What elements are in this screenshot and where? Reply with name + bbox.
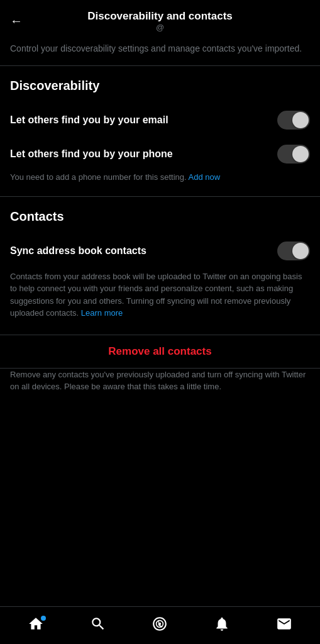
nav-spaces[interactable] [145,611,175,641]
phone-toggle[interactable] [277,145,310,164]
email-toggle[interactable] [277,111,310,130]
nav-messages[interactable] [269,611,299,641]
add-now-link[interactable]: Add now [189,172,221,182]
nav-notifications[interactable] [207,611,237,641]
header: ← Discoverability and contacts @ [0,0,320,37]
back-button[interactable]: ← [10,14,23,28]
sync-description-text: Contacts from your address book will be … [10,272,302,318]
header-title-block: Discoverability and contacts @ [10,10,310,32]
page-title: Discoverability and contacts [10,10,310,23]
search-icon [90,616,106,636]
phone-note: You need to add a phone number for this … [10,171,310,191]
bottom-nav [0,606,320,644]
email-setting-row[interactable]: Let others find you by your email [10,103,310,137]
page-description: Control your discoverability settings an… [0,37,320,65]
email-setting-label: Let others find you by your email [10,114,277,126]
sync-setting-row[interactable]: Sync address book contacts [10,234,310,268]
home-dot [41,616,46,621]
phone-setting-label: Let others find you by your phone [10,148,277,160]
messages-icon [276,616,292,636]
discoverability-section: Discoverability Let others find you by y… [0,66,320,196]
nav-home[interactable] [21,611,51,641]
remove-contacts-button[interactable]: Remove all contacts [0,335,320,368]
phone-setting-row[interactable]: Let others find you by your phone [10,137,310,171]
sync-toggle[interactable] [277,242,310,260]
nav-search[interactable] [83,611,113,641]
learn-more-link[interactable]: Learn more [81,308,123,318]
sync-toggle-knob [292,243,309,259]
phone-toggle-knob [292,146,309,162]
svg-point-1 [158,622,161,625]
email-toggle-knob [292,112,309,128]
remove-description: Remove any contacts you've previously up… [0,369,320,403]
notifications-icon [214,616,230,636]
sync-setting-label: Sync address book contacts [10,245,277,257]
phone-note-text: You need to add a phone number for this … [10,172,187,182]
contacts-title: Contacts [10,209,310,224]
sync-description: Contacts from your address book will be … [10,268,310,330]
page-subtitle: @ [10,23,310,32]
spaces-icon [152,616,168,636]
description-text: Control your discoverability settings an… [10,42,310,55]
contacts-section: Contacts Sync address book contacts Cont… [0,197,320,335]
discoverability-title: Discoverability [10,79,310,93]
